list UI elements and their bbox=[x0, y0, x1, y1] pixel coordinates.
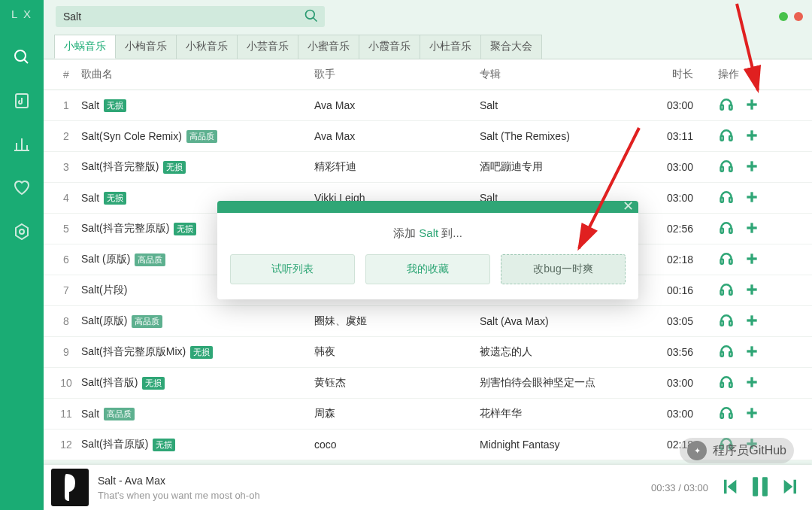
artist-name: Ava Max bbox=[314, 99, 480, 111]
close-button[interactable] bbox=[794, 12, 803, 21]
table-row[interactable]: 10Salt(抖音版) 无损黄钰杰别害怕待会眼神坚定一点03:00 bbox=[44, 368, 812, 399]
row-index: 11 bbox=[51, 408, 81, 420]
duration: 00:16 bbox=[645, 284, 698, 296]
modal-audition-button[interactable]: 试听列表 bbox=[230, 254, 355, 284]
song-name: Salt bbox=[81, 192, 99, 204]
table-row[interactable]: 11Salt 高品质周森花样年华03:00 bbox=[44, 399, 812, 430]
headphones-icon bbox=[719, 318, 734, 330]
svg-rect-20 bbox=[729, 166, 732, 171]
svg-rect-43 bbox=[721, 351, 723, 356]
next-track-button[interactable] bbox=[780, 476, 801, 499]
settings-icon bbox=[13, 223, 31, 243]
add-button[interactable] bbox=[744, 220, 759, 238]
listen-button[interactable] bbox=[719, 375, 734, 392]
svg-rect-11 bbox=[721, 105, 723, 109]
listen-button[interactable] bbox=[719, 344, 734, 361]
source-tab[interactable]: 小霞音乐 bbox=[359, 35, 420, 59]
col-album: 专辑 bbox=[480, 68, 645, 81]
add-button[interactable] bbox=[744, 97, 759, 114]
source-tab[interactable]: 小枸音乐 bbox=[116, 35, 177, 59]
listen-button[interactable] bbox=[719, 313, 734, 330]
add-button[interactable] bbox=[744, 128, 759, 145]
quality-badge: 无损 bbox=[104, 192, 126, 205]
modal-title: 添加 Salt 到... bbox=[229, 226, 626, 241]
row-index: 9 bbox=[51, 346, 81, 358]
song-name: Salt(Syn Cole Remix) bbox=[81, 130, 182, 142]
source-tab[interactable]: 小杜音乐 bbox=[420, 35, 481, 59]
add-button[interactable] bbox=[744, 375, 759, 392]
listen-button[interactable] bbox=[719, 220, 734, 238]
add-button[interactable] bbox=[744, 405, 759, 423]
app-logo: L X bbox=[11, 5, 32, 23]
source-tab[interactable]: 小秋音乐 bbox=[177, 35, 238, 59]
duration: 03:11 bbox=[645, 130, 698, 142]
svg-rect-23 bbox=[721, 197, 723, 202]
svg-rect-39 bbox=[721, 320, 723, 325]
svg-rect-31 bbox=[721, 259, 723, 263]
add-button[interactable] bbox=[744, 282, 759, 299]
nav-search[interactable] bbox=[0, 36, 44, 80]
nav-songs[interactable] bbox=[0, 80, 44, 123]
add-button[interactable] bbox=[744, 313, 759, 330]
listen-button[interactable] bbox=[719, 128, 734, 145]
quality-badge: 无损 bbox=[142, 377, 165, 390]
listen-button[interactable] bbox=[719, 159, 734, 176]
watermark: ✦ 程序员GitHub bbox=[680, 438, 794, 463]
listen-button[interactable] bbox=[719, 405, 734, 423]
table-row[interactable]: 8Salt(原版) 高品质圈妹、虞姬Salt (Ava Max)03:05 bbox=[44, 306, 812, 337]
prev-track-button[interactable] bbox=[719, 476, 740, 499]
search-icon bbox=[13, 48, 31, 68]
add-button[interactable] bbox=[744, 344, 759, 361]
song-name: Salt(抖音完整原版) bbox=[81, 222, 169, 235]
minimize-button[interactable] bbox=[779, 12, 788, 21]
duration: 02:18 bbox=[645, 253, 698, 266]
source-tab[interactable]: 聚合大会 bbox=[481, 35, 542, 59]
table-row[interactable]: 3Salt(抖音完整版) 无损精彩轩迪酒吧蹦迪专用03:00 bbox=[44, 152, 812, 183]
artist-name: 精彩轩迪 bbox=[314, 160, 480, 174]
album-art[interactable] bbox=[51, 469, 89, 506]
source-tab[interactable]: 小蜗音乐 bbox=[54, 35, 116, 59]
modal-close-button[interactable]: ✕ bbox=[623, 201, 634, 212]
row-index: 5 bbox=[51, 223, 81, 235]
svg-rect-19 bbox=[721, 166, 723, 171]
modal-favorites-button[interactable]: 我的收藏 bbox=[365, 254, 490, 284]
play-pause-button[interactable] bbox=[747, 474, 773, 502]
col-name: 歌曲名 bbox=[81, 68, 314, 81]
add-button[interactable] bbox=[744, 159, 759, 176]
add-button[interactable] bbox=[744, 190, 759, 207]
listen-button[interactable] bbox=[719, 251, 734, 269]
col-index: # bbox=[51, 68, 81, 80]
col-artist: 歌手 bbox=[314, 68, 480, 81]
nav-favorites[interactable] bbox=[0, 167, 44, 211]
svg-rect-32 bbox=[729, 259, 732, 263]
listen-button[interactable] bbox=[719, 282, 734, 299]
sidebar: L X bbox=[0, 0, 44, 510]
duration: 03:00 bbox=[645, 192, 698, 204]
table-row[interactable]: 9Salt(抖音完整原版Mix) 无损韩夜被遗忘的人03:56 bbox=[44, 337, 812, 368]
listen-button[interactable] bbox=[719, 190, 734, 207]
now-playing-title: Salt - Ava Max bbox=[98, 475, 260, 487]
table-row[interactable]: 1Salt 无损Ava MaxSalt03:00 bbox=[44, 90, 812, 121]
search-input[interactable]: Salt bbox=[56, 6, 325, 27]
add-button[interactable] bbox=[744, 251, 759, 269]
song-name: Salt bbox=[81, 99, 99, 111]
source-tab[interactable]: 小蜜音乐 bbox=[298, 35, 359, 59]
svg-rect-52 bbox=[729, 413, 732, 417]
nav-ranking[interactable] bbox=[0, 123, 44, 167]
artist-name: 黄钰杰 bbox=[314, 376, 480, 390]
table-row[interactable]: 2Salt(Syn Cole Remix) 高品质Ava MaxSalt (Th… bbox=[44, 121, 812, 152]
svg-marker-7 bbox=[16, 224, 28, 239]
quality-badge: 无损 bbox=[104, 99, 126, 112]
modal-custom-playlist-button[interactable]: 改bug一时爽 bbox=[501, 254, 626, 284]
quality-badge: 无损 bbox=[190, 346, 213, 359]
svg-line-1 bbox=[24, 59, 28, 63]
plus-icon bbox=[744, 164, 759, 176]
listen-button[interactable] bbox=[719, 97, 734, 114]
svg-rect-16 bbox=[729, 135, 732, 140]
nav-settings[interactable] bbox=[0, 211, 44, 254]
duration: 03:56 bbox=[645, 346, 698, 358]
search-icon[interactable] bbox=[304, 8, 319, 26]
row-index: 6 bbox=[51, 253, 81, 266]
headphones-icon bbox=[719, 380, 734, 392]
source-tab[interactable]: 小芸音乐 bbox=[238, 35, 298, 59]
